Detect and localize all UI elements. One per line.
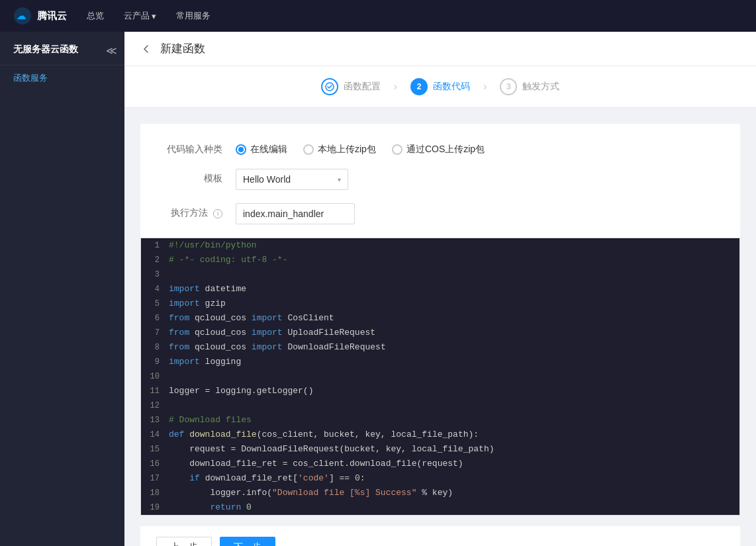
radio-online-edit[interactable]: 在线编辑: [236, 144, 287, 156]
execution-method-input[interactable]: [236, 203, 355, 224]
execution-method-control: [236, 203, 633, 224]
radio-group-code-input: 在线编辑 本地上传zip包 通过COS上传zip包: [236, 140, 633, 156]
code-line: 16 download_file_ret = cos_client.downlo…: [141, 457, 739, 471]
radio-cos-circle: [392, 144, 402, 155]
chevron-down-icon: ▾: [338, 176, 341, 183]
code-editor[interactable]: 1 #!/usr/bin/python 2 # -*- coding: utf-…: [140, 238, 740, 516]
code-input-label: 代码输入种类: [156, 140, 222, 156]
form-card: 代码输入种类 在线编辑 本地上传zip包: [140, 124, 740, 516]
layout: 无服务器云函数 ≪ 函数服务 新建函数: [0, 32, 756, 546]
code-line: 19 return 0: [141, 500, 739, 515]
code-input-control: 在线编辑 本地上传zip包 通过COS上传zip包: [236, 140, 633, 156]
step-1-circle: [321, 78, 338, 95]
code-line: 6 from qcloud_cos import CosClient: [141, 311, 739, 326]
code-line: 9 import logging: [141, 355, 739, 369]
brand-name: 腾讯云: [37, 10, 67, 23]
next-button[interactable]: 下一步: [220, 537, 275, 546]
code-line: 8 from qcloud_cos import DownloadFileReq…: [141, 340, 739, 355]
top-nav: ☁ 腾讯云 总览 云产品 ▾ 常用服务: [0, 0, 756, 32]
code-line: 5 import gzip: [141, 296, 739, 311]
check-icon: [325, 82, 334, 91]
code-line: 13 # Download files: [141, 413, 739, 428]
code-line: 15 request = DownloadFileRequest(bucket,…: [141, 442, 739, 457]
step-arrow-2: ›: [483, 81, 487, 93]
sidebar: 无服务器云函数 ≪ 函数服务: [0, 32, 124, 546]
step-1-label: 函数配置: [344, 81, 381, 93]
radio-online-circle: [236, 144, 246, 155]
step-2-label: 函数代码: [433, 81, 470, 93]
nav-products[interactable]: 云产品 ▾: [124, 10, 156, 22]
radio-local-circle: [303, 144, 314, 155]
chevron-icon: ▾: [152, 11, 156, 21]
code-line: 20 else:: [141, 515, 739, 516]
execution-method-row: 执行方法 i: [156, 203, 724, 224]
brand: ☁ 腾讯云: [13, 7, 67, 25]
back-button[interactable]: [140, 43, 152, 55]
step-arrow-1: ›: [394, 81, 397, 93]
code-input-type-row: 代码输入种类 在线编辑 本地上传zip包: [156, 140, 724, 156]
bottom-actions: 上一步 下一步: [140, 526, 740, 546]
template-control: Hello World ▾: [236, 169, 633, 190]
code-line: 18 logger.info("Download file [%s] Succe…: [141, 486, 739, 500]
code-line: 10: [141, 369, 739, 384]
step-3: 3 触发方式: [500, 78, 559, 95]
page-title: 新建函数: [160, 41, 205, 56]
step-3-circle: 3: [500, 78, 517, 95]
svg-text:☁: ☁: [17, 11, 26, 21]
code-line: 17 if download_file_ret['code'] == 0:: [141, 471, 739, 486]
radio-cos-zip[interactable]: 通过COS上传zip包: [392, 144, 485, 156]
prev-button[interactable]: 上一步: [156, 537, 212, 546]
code-line: 11 logger = logging.getLogger(): [141, 384, 739, 398]
radio-local-zip[interactable]: 本地上传zip包: [303, 144, 376, 156]
code-line: 7 from qcloud_cos import UploadFileReque…: [141, 326, 739, 340]
execution-method-label: 执行方法 i: [156, 203, 222, 219]
code-line: 12: [141, 398, 739, 413]
code-line: 2 # -*- coding: utf-8 -*-: [141, 253, 739, 267]
step-3-label: 触发方式: [522, 81, 559, 93]
template-row: 模板 Hello World ▾: [156, 169, 724, 190]
step-1: 函数配置: [321, 78, 381, 95]
stepper: 函数配置 › 2 函数代码 › 3 触发方式: [124, 66, 756, 108]
brand-logo: ☁: [13, 7, 32, 25]
page-header: 新建函数: [124, 32, 756, 66]
step-2: 2 函数代码: [410, 78, 470, 95]
step-2-circle: 2: [410, 78, 428, 95]
sidebar-collapse-btn[interactable]: ≪: [105, 44, 118, 57]
info-icon[interactable]: i: [213, 209, 222, 218]
content-area: 代码输入种类 在线编辑 本地上传zip包: [124, 108, 756, 546]
template-label: 模板: [156, 169, 222, 185]
template-value: Hello World: [243, 174, 291, 185]
sidebar-item-functions[interactable]: 函数服务: [0, 66, 124, 91]
back-icon: [140, 43, 152, 55]
nav-overview[interactable]: 总览: [87, 10, 104, 22]
code-line: 1 #!/usr/bin/python: [141, 238, 739, 253]
code-line: 4 import datetime: [141, 282, 739, 296]
nav-services[interactable]: 常用服务: [176, 10, 211, 22]
template-select[interactable]: Hello World ▾: [236, 169, 348, 190]
code-line: 3: [141, 267, 739, 282]
main-content: 新建函数 函数配置 › 2 函数代码: [124, 32, 756, 546]
code-line: 14 def download_file(cos_client, bucket,…: [141, 428, 739, 442]
